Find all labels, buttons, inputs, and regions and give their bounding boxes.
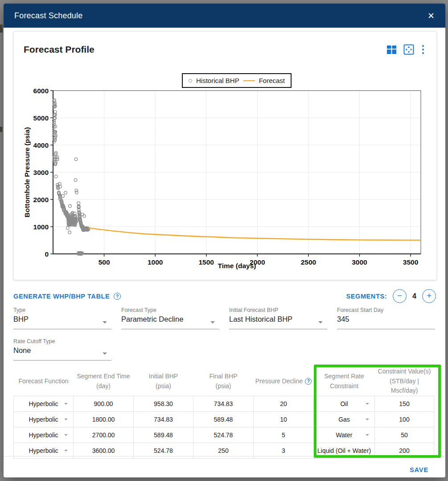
chevron-down-icon (64, 434, 68, 436)
field-value: BHP (13, 315, 111, 323)
field-value: Parametric Decline (121, 315, 219, 323)
segments-decrement-button[interactable]: − (393, 289, 407, 303)
chevron-down-icon (64, 419, 68, 420)
column-header-pressure_decline: Pressure Decline? (254, 367, 314, 396)
final-bhp-cell[interactable]: 524.78 (193, 427, 254, 443)
axis-ticks: 0100020003000400050006000500100015002000… (33, 87, 419, 266)
field-label: Initial Forecast BHP (229, 307, 327, 313)
background-page-fragment (0, 25, 3, 33)
rate-cutoff-type-select[interactable]: Rate Cutoff Type None (13, 338, 111, 361)
svg-text:1000: 1000 (33, 223, 49, 231)
constraint-value-cell[interactable]: 50 (375, 427, 434, 443)
generate-whp-bhp-table-label: GENERATE WHP/BHP TABLE (13, 293, 110, 300)
segment-rate-constraint-cell[interactable]: Gas (314, 412, 375, 427)
final-bhp-cell[interactable]: 734.83 (193, 396, 254, 412)
close-icon[interactable]: ✕ (427, 12, 435, 20)
field-label: Forecast Start Day (337, 307, 435, 313)
svg-text:6000: 6000 (33, 87, 49, 95)
legend-label-historical: Historical BHP (196, 77, 239, 84)
pressure-decline-cell[interactable]: 10 (254, 412, 314, 427)
segment-rate-constraint-cell[interactable]: Oil (314, 396, 375, 412)
chevron-down-icon (64, 403, 68, 405)
type-select[interactable]: Type BHP (13, 307, 111, 329)
bhp-chart: 0100020003000400050006000500100015002000… (14, 65, 437, 277)
generate-whp-bhp-table-button[interactable]: GENERATE WHP/BHP TABLE ? (13, 293, 121, 300)
chevron-down-icon (366, 403, 369, 405)
segments-increment-button[interactable]: + (422, 289, 436, 303)
modal-title: Forecast Schedule (14, 11, 82, 21)
constraint-value-cell[interactable]: 100 (375, 412, 434, 427)
chevron-down-icon (64, 450, 68, 452)
modal-header: Forecast Schedule ✕ (4, 4, 445, 28)
card-title: Forecast Profile (24, 44, 95, 55)
svg-text:5000: 5000 (33, 114, 49, 122)
historical-scatter (53, 99, 90, 255)
table-row: Hyperbolic2700.00589.48524.785Water50 (14, 427, 434, 443)
chevron-down-icon (366, 419, 369, 420)
segments-count: 4 (412, 292, 416, 300)
segments-stepper: SEGMENTS: − 4 + (346, 289, 436, 303)
forecast-start-day-input[interactable]: Forecast Start Day 345 (337, 307, 435, 329)
forecast-function-cell[interactable]: Hyperbolic (14, 427, 74, 443)
pan-move-icon[interactable] (403, 44, 414, 55)
field-label: Rate Cutoff Type (13, 338, 111, 344)
column-header-constraint: Segment RateConstraint (314, 367, 375, 396)
svg-text:3000: 3000 (33, 169, 49, 176)
segment-end-time-cell[interactable]: 1800.00 (74, 412, 134, 427)
initial-bhp-cell[interactable]: 734.83 (134, 412, 193, 427)
field-value: 345 (337, 315, 435, 323)
segments-label: SEGMENTS: (346, 293, 387, 300)
initial-bhp-cell[interactable]: 589.48 (134, 427, 193, 443)
segment-end-time-cell[interactable]: 900.00 (74, 396, 134, 412)
legend-label-forecast: Forecast (259, 77, 285, 84)
historical-marker-icon (189, 79, 192, 83)
forecast-line (88, 228, 421, 240)
chevron-down-icon (210, 321, 215, 323)
card-toolbar (387, 44, 425, 55)
help-icon[interactable]: ? (305, 378, 312, 385)
forecast-type-select[interactable]: Forecast Type Parametric Decline (121, 307, 219, 329)
x-axis-title: Time (days) (53, 262, 421, 270)
y-axis-title: Bottomhole Pressure (psia) (23, 127, 31, 217)
gridlines (53, 91, 421, 254)
forecast-function-cell[interactable]: Hyperbolic (14, 396, 74, 412)
field-value: Last Historical BHP (229, 315, 327, 323)
chart-legend: Historical BHP Forecast (182, 73, 292, 88)
chart-canvas: 0100020003000400050006000500100015002000… (14, 65, 437, 277)
forecast-line-icon (243, 80, 255, 81)
table-row: Hyperbolic1800.00734.83589.4810Gas100 (14, 412, 434, 427)
footer-divider (4, 456, 445, 456)
table-row: Hyperbolic900.00958.30734.8320Oil150 (14, 396, 434, 412)
pressure-decline-cell[interactable]: 5 (254, 427, 314, 443)
column-header-end_time: Segment End Time(day) (74, 367, 134, 396)
table-header-row: Forecast FunctionSegment End Time(day)In… (14, 367, 434, 396)
column-header-final_bhp: Final BHP(psia) (193, 367, 254, 396)
background-page-fragment (0, 127, 2, 132)
help-icon[interactable]: ? (114, 293, 121, 300)
kebab-menu-icon[interactable] (421, 44, 425, 55)
pressure-decline-cell[interactable]: 20 (254, 396, 314, 412)
column-header-initial_bhp: Initial BHP(psia) (134, 367, 193, 396)
svg-text:2000: 2000 (33, 196, 49, 203)
svg-text:4000: 4000 (33, 141, 49, 149)
column-header-value: Constraint Value(s)(STB/day | Mscf/day) (375, 367, 434, 396)
column-header-function: Forecast Function (14, 367, 74, 396)
field-label: Forecast Type (121, 307, 219, 313)
segments-table: Forecast FunctionSegment End Time(day)In… (13, 367, 434, 459)
table-view-icon[interactable] (387, 46, 396, 54)
segment-rate-constraint-cell[interactable]: Water (314, 427, 375, 443)
final-bhp-cell[interactable]: 589.48 (193, 412, 254, 427)
constraint-value-cell[interactable]: 150 (375, 396, 434, 412)
segment-end-time-cell[interactable]: 2700.00 (74, 427, 134, 443)
chevron-down-icon (318, 321, 323, 323)
initial-bhp-cell[interactable]: 958.30 (134, 396, 193, 412)
chevron-down-icon (103, 321, 107, 323)
field-value: None (13, 346, 111, 355)
chevron-down-icon (366, 434, 369, 436)
save-button[interactable]: SAVE (406, 464, 432, 476)
svg-text:0: 0 (45, 250, 49, 258)
field-label: Type (13, 307, 111, 313)
forecast-function-cell[interactable]: Hyperbolic (14, 412, 74, 427)
forecast-profile-card: Forecast Profile 0100020 (13, 31, 437, 280)
initial-forecast-bhp-select[interactable]: Initial Forecast BHP Last Historical BHP (229, 307, 327, 329)
